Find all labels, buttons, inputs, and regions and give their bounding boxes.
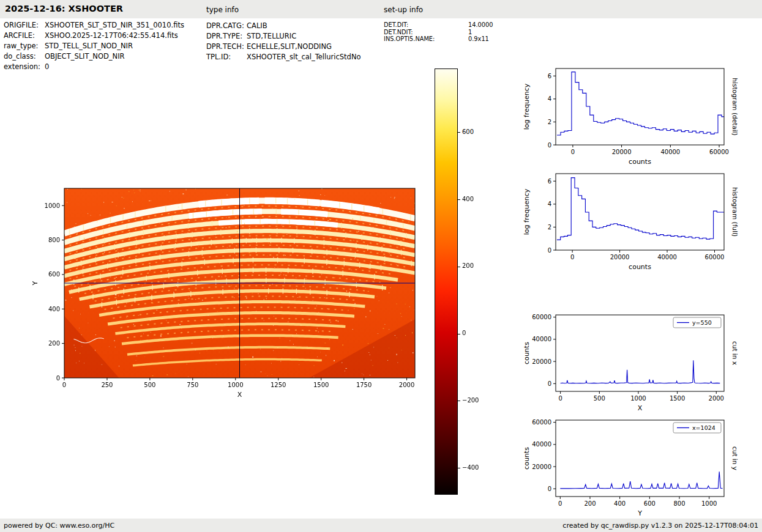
svg-text:4: 4 (548, 201, 551, 207)
footer-qc-link[interactable]: powered by QC: www.eso.org/HC (0, 522, 118, 530)
svg-text:2: 2 (548, 119, 551, 125)
svg-text:2000: 2000 (399, 382, 414, 388)
svg-text:6: 6 (548, 178, 551, 185)
info-row: DPR.TYPE:STD,TELLURIC (206, 32, 361, 42)
tpl-id-label: TPL.ID: (206, 53, 247, 61)
setup-info-block: DET.DIT:14.0000 DET.NDIT:1 INS.OPTI5.NAM… (384, 21, 493, 43)
dpr-type-value: STD,TELLURIC (247, 32, 296, 40)
extension-value: 0 (45, 62, 49, 71)
do-class-label: do_class: (4, 52, 45, 61)
ins-opti5-value: 0.9x11 (468, 35, 489, 42)
svg-text:1000: 1000 (45, 202, 60, 209)
info-row: extension:0 (4, 62, 184, 73)
info-row: DET.NDIT:1 (384, 29, 493, 36)
svg-text:40000: 40000 (657, 254, 677, 260)
svg-text:x=1024: x=1024 (692, 424, 715, 431)
raw-type-label: raw_type: (4, 42, 45, 50)
info-row: ORIGFILE:XSHOOTER_SLT_STD_NIR_351_0010.f… (4, 21, 184, 31)
det-dit-label: DET.DIT: (384, 21, 468, 28)
svg-text:y=550: y=550 (692, 319, 712, 326)
svg-text:600: 600 (644, 500, 656, 507)
svg-text:0: 0 (548, 486, 551, 492)
svg-text:750: 750 (187, 382, 198, 388)
page-title: 2025-12-16: XSHOOTER (5, 4, 123, 13)
chart-svg: 020040060080010000200004000060000Ycounts… (518, 413, 745, 522)
qc-report-page: 2025-12-16: XSHOOTER type info set-up in… (0, 0, 762, 532)
svg-text:60000: 60000 (705, 254, 725, 260)
svg-text:cut in x: cut in x (731, 341, 739, 365)
info-row: DPR.CATG:CALIB (206, 21, 361, 32)
chart-svg: 05001000150020000200004000060000Xcountsc… (518, 308, 745, 417)
svg-text:1000: 1000 (701, 500, 717, 507)
dpr-tech-label: DPR.TECH: (206, 42, 247, 51)
dpr-catg-label: DPR.CATG: (206, 21, 247, 30)
svg-text:log frequency: log frequency (523, 188, 531, 235)
svg-text:cut in y: cut in y (731, 446, 739, 470)
svg-text:Y: Y (31, 281, 39, 286)
svg-text:4: 4 (548, 95, 551, 102)
detector-image-plot: 0250500750100012501500175020000200400600… (64, 188, 415, 378)
svg-text:log frequency: log frequency (523, 83, 531, 130)
svg-text:600: 600 (48, 271, 60, 278)
colorbar-gradient (435, 68, 458, 495)
dpr-type-label: DPR.TYPE: (206, 32, 247, 40)
info-row: ARCFILE:XSHOO.2025-12-17T06:42:55.414.fi… (4, 31, 184, 42)
top-header-bar: 2025-12-16: XSHOOTER type info set-up in… (0, 0, 762, 18)
svg-text:60000: 60000 (709, 149, 729, 155)
det-ndit-value: 1 (468, 29, 472, 35)
svg-text:40000: 40000 (532, 336, 551, 342)
svg-text:0: 0 (571, 149, 575, 155)
svg-text:40000: 40000 (660, 149, 680, 155)
cut-in-x-plot: 05001000150020000200004000060000Xcountsc… (556, 315, 724, 391)
arcfile-label: ARCFILE: (4, 31, 45, 40)
svg-text:20000: 20000 (532, 358, 551, 365)
info-row: DPR.TECH:ECHELLE,SLIT,NODDING (206, 42, 361, 53)
histogram-full-plot: 02000040000600000246countslog frequencyh… (556, 174, 724, 250)
colorbar-tick-label: 400 (462, 196, 474, 202)
svg-text:20000: 20000 (532, 464, 551, 470)
info-row: DET.DIT:14.0000 (384, 21, 493, 29)
svg-text:500: 500 (144, 382, 155, 388)
info-row: TPL.ID:XSHOOTER_slt_cal_TelluricStdNo (206, 53, 361, 63)
ins-opti5-label: INS.OPTI5.NAME: (384, 35, 468, 42)
histogram-detail-plot: 02000040000600000246countslog frequencyh… (556, 68, 724, 145)
colorbar: 6004002000−200−400 (435, 68, 458, 495)
info-row: raw_type:STD_TELL_SLIT_NOD_NIR (4, 42, 184, 52)
svg-text:20000: 20000 (610, 254, 630, 260)
det-dit-value: 14.0000 (468, 21, 493, 28)
svg-text:400: 400 (614, 500, 626, 507)
footer-created-by: created by qc_rawdisp.py v1.2.3 on 2025-… (559, 522, 762, 530)
dpr-catg-value: CALIB (247, 21, 267, 30)
svg-text:1000: 1000 (630, 395, 646, 402)
colorbar-tick-label: 600 (462, 128, 474, 135)
detector-image-canvas (64, 188, 415, 378)
svg-text:2: 2 (548, 224, 551, 231)
setup-info-heading: set-up info (384, 6, 423, 14)
svg-text:0: 0 (56, 375, 60, 382)
colorbar-tick-label: 0 (462, 330, 466, 336)
type-info-block: DPR.CATG:CALIB DPR.TYPE:STD,TELLURIC DPR… (206, 21, 361, 63)
svg-text:1500: 1500 (313, 382, 329, 388)
svg-text:60000: 60000 (532, 314, 551, 320)
dpr-tech-value: ECHELLE,SLIT,NODDING (247, 42, 332, 51)
origfile-label: ORIGFILE: (4, 21, 45, 29)
svg-text:20000: 20000 (612, 149, 632, 155)
chart-svg: 02000040000600000246countslog frequencyh… (518, 166, 745, 276)
svg-text:6: 6 (548, 73, 551, 79)
svg-text:Y: Y (637, 509, 642, 517)
colorbar-tick-label: −200 (462, 397, 479, 404)
info-row: INS.OPTI5.NAME:0.9x11 (384, 35, 493, 43)
svg-text:histogram (detail): histogram (detail) (731, 78, 739, 135)
svg-text:0: 0 (62, 382, 66, 388)
type-info-heading: type info (206, 6, 239, 14)
svg-text:counts: counts (523, 342, 531, 364)
svg-text:2000: 2000 (709, 395, 724, 402)
svg-text:250: 250 (101, 382, 113, 388)
svg-text:counts: counts (629, 158, 651, 166)
do-class-value: OBJECT_SLIT_NOD_NIR (45, 52, 125, 61)
svg-text:0: 0 (548, 142, 551, 149)
svg-text:0: 0 (570, 254, 574, 260)
svg-text:500: 500 (594, 395, 605, 402)
svg-text:1500: 1500 (670, 395, 685, 402)
info-row: do_class:OBJECT_SLIT_NOD_NIR (4, 52, 184, 62)
